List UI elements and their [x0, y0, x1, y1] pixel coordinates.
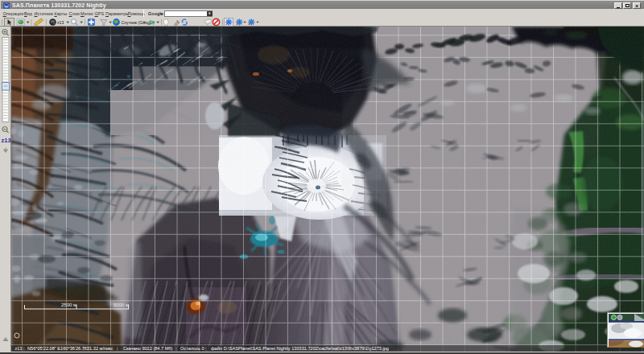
svg-text:z13: z13 — [2, 137, 11, 144]
svg-text:5000 м: 5000 м — [114, 303, 129, 307]
svg-text:z13: z13 — [57, 20, 64, 25]
svg-text:2500 м: 2500 м — [61, 303, 76, 307]
svg-text:Спутник (Google): Спутник (Google) — [122, 20, 155, 25]
